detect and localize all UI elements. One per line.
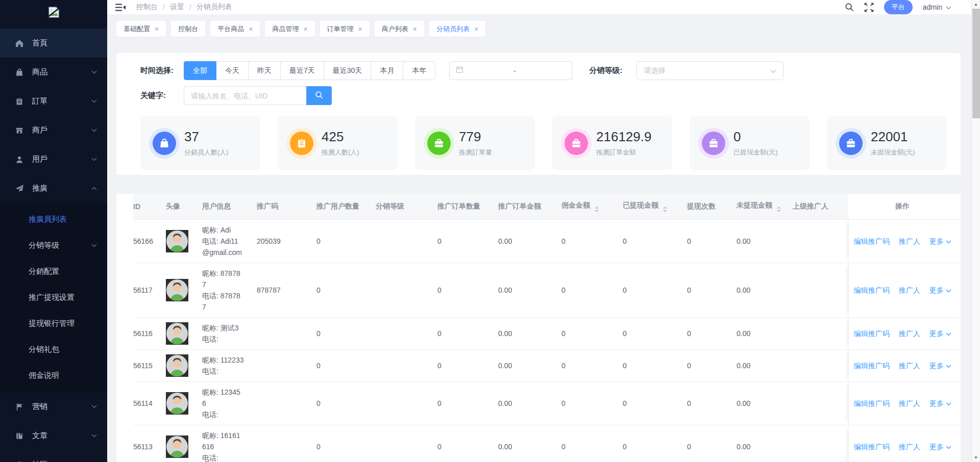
close-icon[interactable]: ×	[358, 25, 362, 33]
tab-商户列表[interactable]: 商户列表 ×	[375, 21, 424, 37]
sort-caret-icon[interactable]	[663, 207, 667, 212]
breadcrumb-item[interactable]: 设置	[170, 3, 184, 12]
sidebar-item-promotion[interactable]: 推廣	[0, 174, 107, 203]
time-option-button[interactable]: 本年	[403, 61, 435, 80]
more-link[interactable]: 更多	[929, 398, 951, 409]
sidebar-subitem-label: 佣金说明	[29, 371, 59, 380]
column-header-佣金金额[interactable]: 佣金金额	[561, 194, 623, 219]
close-icon[interactable]: ×	[474, 25, 478, 33]
sidebar-subitem-distribution-gift[interactable]: 分销礼包	[0, 337, 107, 363]
sidebar-subitem-withdraw-banks[interactable]: 提现银行管理	[0, 311, 107, 337]
time-option-button[interactable]: 今天	[216, 61, 249, 80]
scroll-up-arrow-icon[interactable]: ▲	[972, 0, 980, 9]
time-option-button[interactable]: 最近7天	[280, 61, 324, 80]
more-link[interactable]: 更多	[929, 441, 951, 452]
cell-withdrawn: 0	[623, 219, 687, 263]
cell-unwithdrawn: 0.00	[737, 263, 793, 317]
sidebar-subitem-withdraw-settings[interactable]: 推广提现设置	[0, 285, 107, 311]
sort-caret-icon[interactable]	[777, 207, 781, 212]
platform-badge[interactable]: 平台	[884, 0, 913, 14]
cell-withdraw-times: 0	[687, 349, 737, 381]
edit-promo-code-link[interactable]: 编辑推广码	[854, 328, 890, 339]
logo[interactable]	[0, 0, 107, 27]
time-option-button[interactable]: 本月	[371, 61, 403, 80]
sidebar-item-users[interactable]: 用戶	[0, 145, 107, 174]
tab-label: 商品管理	[272, 24, 299, 34]
level-select[interactable]: 请选择	[636, 61, 783, 80]
promoter-link[interactable]: 推广人	[899, 328, 920, 339]
cell-actions: 编辑推广码 推广人 更多	[848, 263, 961, 317]
more-link[interactable]: 更多	[929, 236, 951, 247]
edit-promo-code-link[interactable]: 编辑推广码	[854, 285, 890, 296]
edit-promo-code-link[interactable]: 编辑推广码	[854, 236, 890, 247]
edit-promo-code-link[interactable]: 编辑推广码	[854, 360, 890, 371]
more-link[interactable]: 更多	[929, 360, 951, 371]
edit-promo-code-link[interactable]: 编辑推广码	[854, 398, 890, 409]
keyword-filter-row: 关键字:	[140, 86, 961, 105]
cell-unwithdrawn: 0.00	[737, 425, 793, 462]
sidebar-subitem-distribution-config[interactable]: 分銷配置	[0, 259, 107, 285]
close-icon[interactable]: ×	[303, 25, 307, 33]
time-option-button[interactable]: 最近30天	[324, 61, 372, 80]
close-icon[interactable]: ×	[249, 25, 253, 33]
sidebar-item-merchants[interactable]: 商戶	[0, 116, 107, 145]
sidebar-subitem-distribution-level[interactable]: 分销等级	[0, 233, 107, 259]
breadcrumb-separator: /	[189, 3, 191, 11]
tab-平台商品[interactable]: 平台商品 ×	[210, 21, 260, 37]
sidebar-subitem-commission-info[interactable]: 佣金说明	[0, 363, 107, 389]
promoter-link[interactable]: 推广人	[899, 441, 920, 452]
sidebar-item-label: 訂單	[32, 96, 91, 106]
scrollbar-thumb[interactable]	[972, 9, 980, 118]
sidebar-item-articles[interactable]: 文章	[0, 421, 107, 450]
promoter-link[interactable]: 推广人	[899, 360, 920, 371]
sort-caret-icon[interactable]	[595, 207, 599, 212]
keyword-input[interactable]	[184, 86, 306, 105]
sidebar-item-goods[interactable]: 商品	[0, 58, 107, 87]
cell-promo-code	[257, 381, 316, 425]
stat-label: 未提現金額(元)	[871, 148, 915, 157]
sidebar-item-marketing[interactable]: 营销	[0, 392, 107, 421]
promoter-link[interactable]: 推广人	[899, 236, 920, 247]
breadcrumb-item[interactable]: 分销员列表	[197, 3, 232, 12]
cell-order-count: 0	[437, 263, 498, 317]
cell-order-count: 0	[437, 317, 498, 349]
date-range-picker[interactable]: -	[449, 61, 572, 80]
cell-avatar	[166, 317, 202, 349]
tab-控制台[interactable]: 控制台	[171, 21, 205, 37]
more-link[interactable]: 更多	[929, 328, 951, 339]
promoter-link[interactable]: 推广人	[899, 285, 920, 296]
time-filter-label: 时间选择:	[140, 66, 184, 75]
close-icon[interactable]: ×	[155, 25, 159, 33]
sidebar-item-home[interactable]: 首頁	[0, 29, 107, 58]
user-menu[interactable]: admin	[923, 3, 951, 11]
time-option-button[interactable]: 全部	[184, 61, 216, 80]
cell-user-info: 昵称: 16161616电话:	[202, 425, 257, 462]
more-link[interactable]: 更多	[929, 285, 951, 296]
search-button[interactable]	[306, 86, 332, 105]
tab-商品管理[interactable]: 商品管理 ×	[265, 21, 314, 37]
promoter-link[interactable]: 推广人	[899, 398, 920, 409]
scroll-down-arrow-icon[interactable]: ▼	[972, 453, 980, 462]
sidebar-item-orders[interactable]: 訂單	[0, 87, 107, 116]
time-option-button[interactable]: 昨天	[248, 61, 281, 80]
column-header-未提现金额[interactable]: 未提现金额	[737, 194, 793, 219]
stat-card: 779 推廣訂單量	[415, 116, 535, 170]
tab-分销员列表[interactable]: 分销员列表 ×	[429, 21, 485, 37]
close-icon[interactable]: ×	[413, 25, 417, 33]
search-icon[interactable]	[845, 3, 854, 12]
sidebar-collapse-icon[interactable]	[115, 4, 126, 11]
vertical-scrollbar[interactable]: ▲ ▼	[971, 0, 980, 462]
cell-promo-code	[257, 425, 316, 462]
tab-订单管理[interactable]: 订单管理 ×	[320, 21, 370, 37]
breadcrumb-item[interactable]: 控制台	[136, 3, 158, 12]
sidebar-item-community[interactable]: 社區	[0, 450, 107, 462]
sidebar-subitem-promoter-list[interactable]: 推廣員列表	[0, 207, 107, 233]
edit-promo-code-link[interactable]: 编辑推广码	[854, 441, 890, 452]
main-area: 控制台/设置/分销员列表 平台 admin 基础配置 × 控制台 平台商品 × …	[107, 0, 980, 462]
fullscreen-icon[interactable]	[864, 3, 874, 12]
user-icon	[15, 156, 24, 164]
stat-label: 分銷員人數(人)	[184, 148, 229, 157]
cell-promo-users: 0	[316, 317, 376, 349]
column-header-已提现金额[interactable]: 已提现金额	[623, 194, 687, 219]
tab-基础配置[interactable]: 基础配置 ×	[116, 21, 166, 37]
